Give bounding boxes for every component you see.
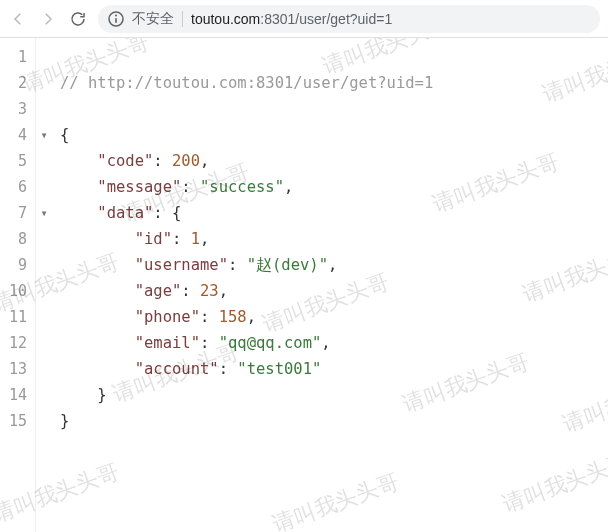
code-token: : — [219, 360, 238, 378]
code-token: 23 — [200, 282, 219, 300]
code-token: "test001" — [237, 360, 321, 378]
code-line: "email": "qq@qq.com", — [60, 330, 600, 356]
line-number: 15 — [0, 408, 27, 434]
code-token: "data" — [97, 204, 153, 222]
line-number: 8 — [0, 226, 27, 252]
fold-marker[interactable]: ▾ — [36, 122, 52, 148]
line-number: 2 — [0, 70, 27, 96]
code-token: 1 — [191, 230, 200, 248]
code-token: , — [284, 178, 293, 196]
fold-marker[interactable]: ▾ — [36, 200, 52, 226]
code-line: } — [60, 382, 600, 408]
code-token: "success" — [200, 178, 284, 196]
code-token: : { — [153, 204, 181, 222]
code-line: // http://toutou.com:8301/user/get?uid=1 — [60, 70, 600, 96]
line-number: 6 — [0, 174, 27, 200]
line-number: 11 — [0, 304, 27, 330]
code-line: "data": { — [60, 200, 600, 226]
code-token: { — [60, 126, 69, 144]
code-line: "message": "success", — [60, 174, 600, 200]
code-line: ​ — [60, 96, 600, 122]
fold-marker — [36, 278, 52, 304]
browser-toolbar: 不安全 toutou.com:8301/user/get?uid=1 — [0, 0, 608, 38]
svg-point-2 — [115, 14, 117, 16]
line-number: 14 — [0, 382, 27, 408]
address-bar[interactable]: 不安全 toutou.com:8301/user/get?uid=1 — [98, 5, 600, 33]
code-token: "account" — [135, 360, 219, 378]
info-icon — [108, 11, 124, 27]
code-area: ​// http://toutou.com:8301/user/get?uid=… — [52, 38, 608, 434]
code-token: "赵(dev)" — [247, 256, 328, 274]
code-token: : — [172, 230, 191, 248]
code-token: : — [228, 256, 247, 274]
url-port: :8301 — [260, 11, 295, 27]
code-token: 200 — [172, 152, 200, 170]
code-token: : — [200, 334, 219, 352]
watermark-text: 请叫我头头哥 — [499, 446, 608, 519]
code-token: "phone" — [135, 308, 200, 326]
code-token: "username" — [135, 256, 228, 274]
json-viewer: 123456789101112131415 ▾▾ ​// http://tout… — [0, 38, 608, 532]
insecure-label: 不安全 — [132, 10, 174, 28]
url-host: toutou.com — [191, 11, 260, 27]
fold-marker — [36, 382, 52, 408]
code-line: "code": 200, — [60, 148, 600, 174]
fold-marker — [36, 252, 52, 278]
fold-marker — [36, 70, 52, 96]
fold-marker — [36, 174, 52, 200]
code-line: { — [60, 122, 600, 148]
code-line: "id": 1, — [60, 226, 600, 252]
fold-marker — [36, 408, 52, 434]
reload-icon — [69, 10, 87, 28]
arrow-right-icon — [39, 10, 57, 28]
code-token: , — [219, 282, 228, 300]
code-token: "id" — [135, 230, 172, 248]
code-token: , — [328, 256, 337, 274]
code-line: ​ — [60, 44, 600, 70]
svg-rect-1 — [115, 18, 117, 23]
code-token: 158 — [219, 308, 247, 326]
code-token: : — [181, 178, 200, 196]
code-line: } — [60, 408, 600, 434]
code-line: "age": 23, — [60, 278, 600, 304]
line-number: 13 — [0, 356, 27, 382]
line-number: 5 — [0, 148, 27, 174]
line-number: 10 — [0, 278, 27, 304]
code-token: : — [200, 308, 219, 326]
url-text: toutou.com:8301/user/get?uid=1 — [191, 11, 392, 27]
code-token: , — [247, 308, 256, 326]
addr-divider — [182, 11, 183, 27]
code-token: "age" — [135, 282, 182, 300]
line-number-gutter: 123456789101112131415 — [0, 38, 36, 532]
code-token: : — [181, 282, 200, 300]
watermark-text: 请叫我头头哥 — [269, 466, 403, 532]
fold-marker — [36, 304, 52, 330]
fold-column: ▾▾ — [36, 38, 52, 532]
code-token: "message" — [97, 178, 181, 196]
code-token: "email" — [135, 334, 200, 352]
code-token: "code" — [97, 152, 153, 170]
code-token: // http://toutou.com:8301/user/get?uid=1 — [60, 74, 433, 92]
line-number: 12 — [0, 330, 27, 356]
arrow-left-icon — [9, 10, 27, 28]
code-token: "qq@qq.com" — [219, 334, 322, 352]
code-line: "account": "test001" — [60, 356, 600, 382]
nav-back-button[interactable] — [8, 9, 28, 29]
code-token: } — [97, 386, 106, 404]
fold-marker — [36, 148, 52, 174]
code-line: "phone": 158, — [60, 304, 600, 330]
code-token: : — [153, 152, 172, 170]
code-token: } — [60, 412, 69, 430]
reload-button[interactable] — [68, 9, 88, 29]
url-path: /user/get?uid=1 — [295, 11, 392, 27]
fold-marker — [36, 356, 52, 382]
line-number: 3 — [0, 96, 27, 122]
code-token: , — [321, 334, 330, 352]
nav-forward-button[interactable] — [38, 9, 58, 29]
fold-marker — [36, 330, 52, 356]
code-token: , — [200, 230, 209, 248]
line-number: 1 — [0, 44, 27, 70]
fold-marker — [36, 96, 52, 122]
line-number: 9 — [0, 252, 27, 278]
code-line: "username": "赵(dev)", — [60, 252, 600, 278]
